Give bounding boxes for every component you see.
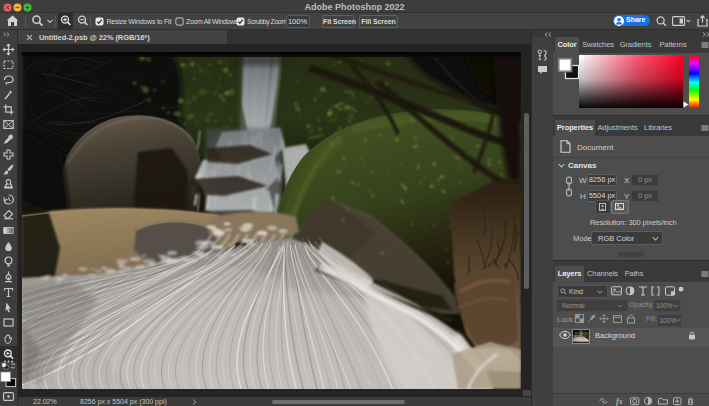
svg-text:fx: fx — [616, 397, 623, 406]
